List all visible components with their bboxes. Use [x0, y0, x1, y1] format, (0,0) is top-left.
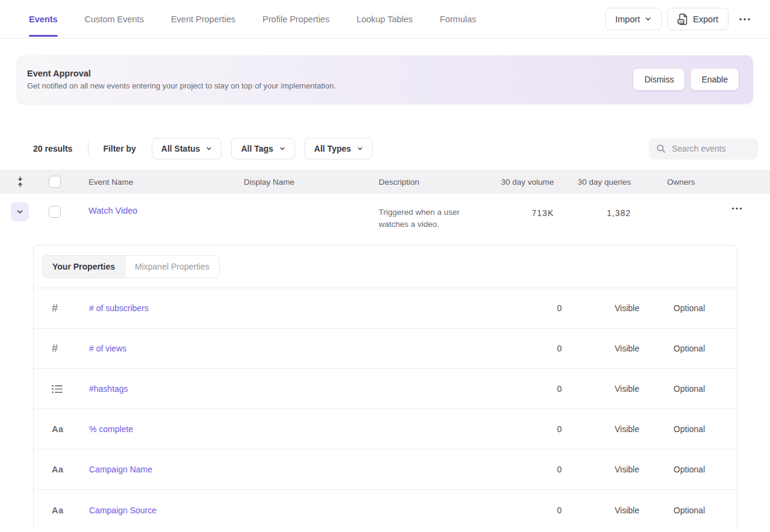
property-name-link[interactable]: # of subscribers — [89, 303, 508, 313]
column-30-day-volume: 30 day volume — [477, 178, 554, 187]
property-value: 0 — [508, 506, 562, 515]
column-30-day-queries: 30 day queries — [554, 178, 631, 187]
property-row: # # of subscribers 0 Visible Optional — [34, 288, 737, 329]
row-checkbox[interactable] — [49, 206, 61, 218]
property-requirement: Optional — [639, 344, 705, 353]
property-visibility: Visible — [562, 465, 639, 474]
export-button[interactable]: csv Export — [667, 8, 728, 30]
number-icon: # — [34, 342, 58, 355]
filter-bar: 20 results Filter by All Status All Tags… — [33, 138, 758, 159]
enable-button[interactable]: Enable — [691, 69, 739, 90]
tags-filter-dropdown[interactable]: All Tags — [231, 138, 294, 159]
property-name-link[interactable]: Campaign Name — [89, 465, 508, 474]
tab-profile-properties[interactable]: Profile Properties — [262, 0, 329, 38]
properties-tab-group: Your Properties Mixpanel Properties — [42, 255, 220, 278]
chevron-down-icon — [279, 146, 285, 152]
tab-lookup-tables[interactable]: Lookup Tables — [356, 0, 412, 38]
number-icon: # — [34, 302, 58, 315]
chevron-down-icon — [206, 146, 212, 152]
tab-custom-events[interactable]: Custom Events — [85, 0, 144, 38]
divider — [88, 141, 88, 156]
list-icon — [34, 385, 63, 394]
tab-formulas[interactable]: Formulas — [440, 0, 476, 38]
event-properties-panel: Your Properties Mixpanel Properties # # … — [33, 245, 737, 530]
property-value: 0 — [508, 465, 562, 474]
event-approval-banner: Event Approval Get notified on all new e… — [17, 55, 753, 104]
search-icon — [656, 144, 666, 153]
property-visibility: Visible — [562, 344, 639, 353]
table-header: Event Name Display Name Description 30 d… — [0, 170, 770, 194]
tab-mixpanel-properties[interactable]: Mixpanel Properties — [125, 256, 219, 277]
column-display-name: Display Name — [244, 178, 379, 187]
column-owners: Owners — [631, 178, 709, 187]
properties-tabbar: Your Properties Mixpanel Properties — [34, 246, 737, 288]
property-requirement: Optional — [639, 506, 705, 515]
banner-description: Get notified on all new events entering … — [27, 81, 336, 90]
text-icon: Aa — [34, 465, 64, 474]
chevron-down-icon — [357, 146, 363, 152]
event-name-link[interactable]: Watch Video — [88, 206, 244, 215]
property-name-link[interactable]: #hashtags — [89, 384, 508, 394]
property-row: #hashtags 0 Visible Optional — [34, 369, 737, 409]
property-name-link[interactable]: Campaign Source — [89, 506, 508, 515]
chevron-down-icon — [16, 208, 23, 215]
property-row: Aa Campaign Source 0 Visible Optional — [34, 490, 737, 530]
import-button[interactable]: Import — [605, 8, 662, 30]
property-value: 0 — [508, 344, 562, 353]
kebab-menu-icon — [739, 17, 751, 21]
property-name-link[interactable]: % complete — [89, 424, 508, 434]
csv-file-icon: csv — [677, 13, 688, 25]
property-visibility: Visible — [562, 506, 639, 515]
volume-cell: 713K — [477, 208, 554, 218]
types-filter-dropdown[interactable]: All Types — [305, 138, 373, 159]
event-row-watch-video: Watch Video Triggered when a user watche… — [0, 194, 770, 245]
kebab-menu-icon — [731, 207, 742, 210]
svg-text:csv: csv — [678, 19, 684, 23]
column-description: Description — [379, 178, 477, 187]
banner-title: Event Approval — [27, 69, 336, 78]
filter-by-label: Filter by — [103, 144, 135, 153]
property-value: 0 — [508, 303, 562, 313]
column-event-name: Event Name — [88, 178, 244, 187]
more-actions-button[interactable] — [734, 14, 756, 25]
property-visibility: Visible — [562, 303, 639, 313]
property-requirement: Optional — [639, 424, 705, 434]
property-name-link[interactable]: # of views — [89, 344, 508, 353]
property-row: # # of views 0 Visible Optional — [34, 329, 737, 369]
tab-events[interactable]: Events — [29, 0, 58, 38]
property-visibility: Visible — [562, 384, 639, 394]
text-icon: Aa — [34, 424, 64, 434]
property-value: 0 — [508, 424, 562, 434]
tab-event-properties[interactable]: Event Properties — [171, 0, 235, 38]
search-box — [649, 138, 758, 159]
collapse-all-button[interactable] — [0, 176, 40, 187]
status-filter-dropdown[interactable]: All Status — [152, 138, 222, 159]
nav-actions: Import csv Export — [605, 8, 756, 30]
banner-actions: Dismiss Enable — [633, 69, 739, 90]
property-value: 0 — [508, 384, 562, 394]
property-requirement: Optional — [639, 303, 705, 313]
results-count: 20 results — [33, 144, 72, 153]
collapse-rows-icon — [16, 176, 25, 187]
dismiss-button[interactable]: Dismiss — [633, 69, 685, 90]
queries-cell: 1,382 — [554, 208, 631, 218]
property-requirement: Optional — [639, 465, 705, 474]
top-navigation: Events Custom Events Event Properties Pr… — [0, 0, 770, 39]
chevron-down-icon — [645, 16, 651, 22]
property-requirement: Optional — [639, 384, 705, 394]
row-actions-button[interactable] — [727, 203, 747, 214]
property-row: Aa Campaign Name 0 Visible Optional — [34, 450, 737, 490]
tab-your-properties[interactable]: Your Properties — [43, 256, 125, 277]
collapse-row-button[interactable] — [11, 202, 29, 221]
nav-tabs: Events Custom Events Event Properties Pr… — [29, 0, 476, 38]
banner-text: Event Approval Get notified on all new e… — [27, 69, 336, 90]
text-icon: Aa — [34, 506, 64, 515]
property-visibility: Visible — [562, 424, 639, 434]
select-all-checkbox[interactable] — [49, 176, 61, 188]
description-cell: Triggered when a user watches a video. — [379, 206, 475, 230]
property-row: Aa % complete 0 Visible Optional — [34, 409, 737, 450]
search-input[interactable] — [672, 144, 751, 153]
